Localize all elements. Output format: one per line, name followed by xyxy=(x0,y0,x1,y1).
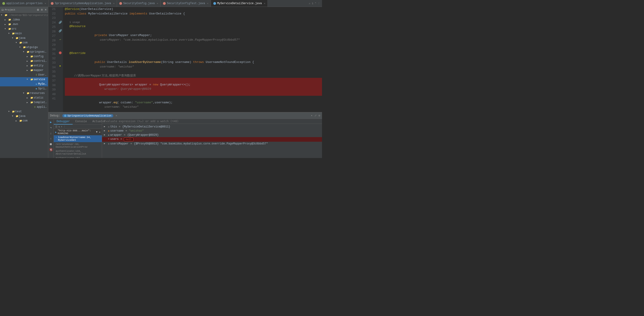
tree-item-idea[interactable]: ▶ 📁 .idea xyxy=(0,17,48,22)
stack-frame-0[interactable]: ↩ loadUserByUsername:34, MyServiceDet xyxy=(54,135,102,142)
close-icon[interactable]: ✕ xyxy=(113,2,114,5)
tree-item-resources[interactable]: ▼ 📁 resources xyxy=(0,91,48,95)
var-item-this[interactable]: ▶ ◎ this = {MyServiceDetailService@8011} xyxy=(102,125,322,129)
tree-item-main[interactable]: ▼ 📁 main xyxy=(0,31,48,36)
tree-label: mapper xyxy=(34,69,44,72)
sidebar: 🗂 Project ⚙ ≡ × ▼ 📁 springsecuritydemo ~… xyxy=(0,7,48,158)
tree-label: com xyxy=(22,41,28,44)
code-line-24: 1 usage xyxy=(65,20,322,24)
tree-item-config[interactable]: ▶ 📁 config xyxy=(0,54,48,59)
tab-label: SecurityConfig.java xyxy=(123,2,155,5)
minimize-icon[interactable]: ▾ xyxy=(311,114,312,117)
code-line-26: private UsersMapper usersMapper; usersMa… xyxy=(65,29,322,47)
code-lines[interactable]: @Service(UserDetailService) public class… xyxy=(63,7,322,112)
resume-btn[interactable]: ▶ xyxy=(49,120,53,124)
tree-item-test[interactable]: ▼ 📁 test xyxy=(0,109,48,114)
arrow-icon: ▼ xyxy=(12,115,15,117)
tree-item-app-properties[interactable]: ⚙ application.properties xyxy=(0,105,48,109)
stack-frame-2[interactable]: authenticate:133, AbstractUserDetailsA xyxy=(54,149,102,156)
code-editor[interactable]: 21 22 23 24 25 26 27 28 29 30 31 32 33 3… xyxy=(48,7,322,112)
folder-icon: 📁 xyxy=(12,110,15,113)
main-layout: 🗂 Project ⚙ ≡ × ▼ 📁 springsecuritydemo ~… xyxy=(0,7,322,158)
console-tab[interactable]: Console xyxy=(73,119,90,124)
tree-item-springsecurity-app[interactable]: ◉ SpringsecuritydemoApplication xyxy=(0,86,48,91)
stack-frame-3[interactable]: authenticate:182, ProviderManager (org xyxy=(54,156,102,158)
tab-springsecurity-app[interactable]: SpringsecuritydemoApplication.java ✕ xyxy=(48,0,117,7)
arrow-icon: ▼ xyxy=(8,110,12,113)
thread-label: ▶ "http-nio-808...main": RUNNING ▼ ✕ xyxy=(54,129,102,135)
expand-icon[interactable]: ⤢ xyxy=(314,114,317,117)
step-into-btn[interactable]: ↓ xyxy=(49,131,53,135)
tree-item-java[interactable]: ▼ 📁 java xyxy=(0,36,48,40)
close-icon[interactable]: ✕ xyxy=(157,2,158,5)
thread-clear-icon[interactable]: ✕ xyxy=(99,131,100,134)
step-over-btn[interactable]: ↷ xyxy=(49,125,53,130)
debug-close-icon[interactable]: ✕ xyxy=(116,114,117,117)
var-instance-icon: ◎ xyxy=(108,125,110,128)
arrow-icon: ▼ xyxy=(4,28,8,30)
eval-bar[interactable] xyxy=(102,119,322,124)
tree-item-springsecuritydemo-folder[interactable]: ▼ 📁 springsecuritydemo xyxy=(0,50,48,54)
var-name-usersmapper: usersMapper xyxy=(110,142,128,145)
arrow-icon: ▶ xyxy=(27,101,30,104)
tree-item-com[interactable]: ▼ 📁 com xyxy=(0,40,48,45)
tab-security-config-test[interactable]: SecurityConfigTest.java ✕ xyxy=(161,0,211,7)
tree-item-atguigu[interactable]: ▼ 📁 atguigu xyxy=(0,45,48,50)
folder-icon: 📁 xyxy=(19,119,22,123)
tree-label: src xyxy=(12,27,16,30)
tree-item-src[interactable]: ▼ 📁 src xyxy=(0,27,48,31)
step-out-btn[interactable]: ↑ xyxy=(49,136,53,141)
close-icon[interactable]: ✕ xyxy=(264,2,265,5)
var-expand-icon: ▶ xyxy=(104,129,107,132)
breakpoint-icon xyxy=(59,51,62,54)
var-item-wrapper[interactable]: ▶ ◉ wrapper = {QueryWrapper@8029} xyxy=(102,133,322,137)
arrow-icon: ▼ xyxy=(27,78,30,81)
tree-item-users-mapper[interactable]: ℹ UsersMapper xyxy=(0,73,48,77)
tab-my-service-detail[interactable]: MyServiceDetailService.java ✕ xyxy=(211,0,268,7)
tab-security-config[interactable]: SecurityConfig.java ✕ xyxy=(117,0,161,7)
stack-frame-1[interactable]: retrieveUser:94, DaoAuthenticationProv xyxy=(54,142,102,149)
tree-item-mvn[interactable]: ▶ 📁 .mvn xyxy=(0,22,48,27)
more-icon[interactable]: ⋮ xyxy=(318,2,320,5)
tree-item-entity[interactable]: ▶ 📁 entity xyxy=(0,63,48,68)
tree-item-static[interactable]: ▶ 📁 static xyxy=(0,95,48,100)
project-title: Project xyxy=(5,8,16,11)
root-path: ~/Desktop/项目/springsecurityd xyxy=(9,13,48,17)
tree-label: .mvn xyxy=(12,23,18,26)
thread-running-icon: ▶ xyxy=(55,131,57,134)
debugger-tab[interactable]: Debugger xyxy=(54,119,73,124)
tab-application-properties[interactable]: application.properties ✕ xyxy=(0,0,48,7)
mute-btn[interactable]: 🔇 xyxy=(49,147,53,152)
eval-input[interactable] xyxy=(104,120,320,123)
tree-label: static xyxy=(34,96,44,99)
tree-item-service-folder[interactable]: ▼ 📁 service xyxy=(0,77,48,82)
var-item-usersmapper[interactable]: ▶ ◎ usersMapper = {$Proxy66@8013} "com.b… xyxy=(102,142,322,146)
debug-app-name: SpringsecuritydemoApplication xyxy=(67,114,111,117)
tree-item-controller[interactable]: ▶ 📁 controller xyxy=(0,59,48,63)
file-icon xyxy=(119,2,122,5)
tree-item-test-com[interactable]: ▶ 📁 com xyxy=(0,118,48,123)
gear-icon[interactable]: ⚙ xyxy=(318,114,320,117)
code-line-23 xyxy=(65,16,322,20)
close-icon[interactable]: ✕ xyxy=(207,2,208,5)
thread-filter-icon[interactable]: ▼ xyxy=(96,131,98,133)
tree-item-my-service-detail[interactable]: ◉ MyServiceDetailService xyxy=(0,82,48,86)
warning-icon: ⚠ 1 xyxy=(309,2,314,5)
close-icon[interactable]: ✕ xyxy=(44,2,46,5)
arrow-icon: ▶ xyxy=(4,18,8,21)
folder-icon: 📁 xyxy=(8,27,12,31)
code-line-22: public class MyServiceDetailService impl… xyxy=(65,11,322,16)
folder-icon: 📁 xyxy=(4,13,8,17)
debug-frames-panel: Debugger Console Actuator ☰ ⇅ ⬆ ⋮ ▶ xyxy=(54,119,102,158)
expand-icon[interactable]: ⌃ xyxy=(315,2,316,5)
var-item-username[interactable]: ▶ ◉ username = "weishao" xyxy=(102,129,322,133)
var-item-users[interactable]: ≡ users = null xyxy=(102,137,322,142)
stop-btn[interactable]: ⏹ xyxy=(49,142,53,147)
tree-item-test-java[interactable]: ▼ 📁 java xyxy=(0,114,48,118)
debug-side-toolbar: ▶ ↷ ↓ ↑ ⏹ 🔇 xyxy=(48,119,54,158)
sidebar-settings-icon[interactable]: ⚙ ≡ × xyxy=(37,8,47,12)
tree-item-mapper-folder[interactable]: ▶ 📁 mapper xyxy=(0,68,48,73)
tree-item-root[interactable]: ▼ 📁 springsecuritydemo ~/Desktop/项目/spri… xyxy=(0,13,48,17)
thread-name: "http-nio-808...main": RUNNING xyxy=(58,129,94,135)
tree-item-templates[interactable]: ▶ 📁 templates xyxy=(0,100,48,105)
